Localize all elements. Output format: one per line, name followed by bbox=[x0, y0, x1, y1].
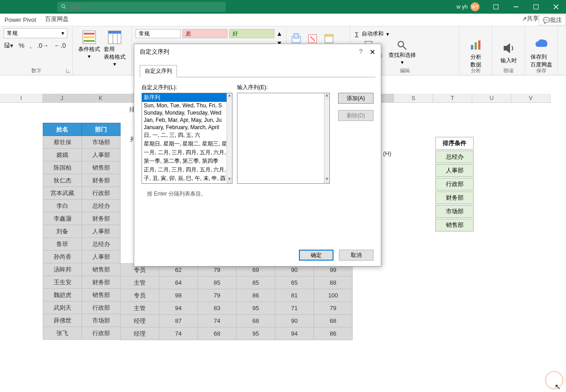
table-cell[interactable]: 薛佛世 bbox=[43, 314, 82, 327]
list-item[interactable]: Sunday, Monday, Tuesday, Wed bbox=[142, 109, 227, 116]
list-item[interactable]: 日, 一, 二, 三, 四, 五, 六 bbox=[142, 131, 227, 140]
table-cell[interactable]: 陈国柏 bbox=[43, 161, 82, 174]
data-table[interactable]: 姓名部门 蔡壮保市场部嫦娥人事部陈国柏销售部狄仁杰财务部宫本武藏行政部李白总经办… bbox=[43, 123, 121, 340]
number-format-dropdown[interactable]: 常规▾ bbox=[4, 28, 67, 38]
list-item[interactable]: 一月, 二月, 三月, 四月, 五月, 六月, bbox=[142, 148, 227, 157]
listbox-scrollbar[interactable]: ▲ ▼ bbox=[227, 93, 232, 183]
table-cell[interactable]: 李鑫灏 bbox=[43, 212, 82, 225]
list-item[interactable]: 正月, 二月, 三月, 四月, 五月, 六月, bbox=[142, 166, 227, 174]
table-cell[interactable]: 行政部 bbox=[82, 302, 121, 314]
table-cell[interactable]: 销售部 bbox=[82, 161, 121, 174]
sort-item[interactable]: 市场部 bbox=[435, 205, 474, 218]
table-cell[interactable]: 人事部 bbox=[82, 225, 121, 238]
custom-list-listbox[interactable]: 新序列Sun, Mon, Tue, Wed, Thu, Fri, SSunday… bbox=[142, 93, 232, 184]
maximize-button[interactable] bbox=[526, 0, 546, 14]
table-cell[interactable]: 行政部 bbox=[82, 327, 121, 340]
accounting-format-icon[interactable]: 🖫▾ bbox=[4, 42, 13, 49]
find-select-button[interactable]: 查找和选择▾ bbox=[389, 40, 416, 65]
sort-item[interactable]: 总经办 bbox=[435, 151, 474, 163]
delete-button[interactable]: 删除(D) bbox=[338, 110, 374, 121]
table-cell[interactable]: 市场部 bbox=[82, 136, 121, 149]
data-table-extra[interactable]: 专员6279699099 主管6485856588 专员98798681100 … bbox=[120, 263, 353, 340]
conditional-format-button[interactable]: 条件格式▾ bbox=[76, 28, 102, 74]
list-item[interactable]: 新序列 bbox=[142, 93, 227, 102]
tab-baidu[interactable]: 百度网盘 bbox=[40, 13, 73, 26]
table-cell[interactable]: 财务部 bbox=[82, 212, 121, 225]
search-box[interactable] bbox=[57, 2, 226, 12]
table-cell[interactable]: 财务部 bbox=[82, 276, 121, 289]
add-button[interactable]: 添加(A) bbox=[338, 93, 374, 104]
scroll-down-icon[interactable]: ▼ bbox=[324, 177, 329, 183]
table-cell[interactable]: 狄仁杰 bbox=[43, 174, 82, 187]
table-cell[interactable]: 总经办 bbox=[82, 238, 121, 251]
table-cell[interactable]: 蔡壮保 bbox=[43, 136, 82, 149]
col-header-I[interactable]: I bbox=[0, 94, 43, 102]
table-cell[interactable]: 行政部 bbox=[82, 187, 121, 200]
close-button[interactable] bbox=[546, 0, 566, 14]
comma-icon[interactable]: , bbox=[30, 42, 31, 49]
sort-item[interactable]: 销售部 bbox=[435, 219, 474, 231]
entry-textarea[interactable]: ▲ ▼ bbox=[237, 93, 330, 184]
share-button[interactable]: ↗ 共享 bbox=[522, 15, 539, 23]
table-cell[interactable]: 销售部 bbox=[82, 263, 121, 276]
dialog-close-button[interactable]: ✕ bbox=[369, 48, 375, 56]
table-format-button[interactable]: 套用 表格格式▾ bbox=[102, 28, 127, 74]
table-cell[interactable]: 人事部 bbox=[82, 251, 121, 263]
sort-item[interactable]: 人事部 bbox=[435, 164, 474, 177]
list-item[interactable]: Sun, Mon, Tue, Wed, Thu, Fri, S bbox=[142, 102, 227, 109]
scroll-down-icon[interactable]: ▼ bbox=[227, 177, 232, 183]
save-baidu-button[interactable]: 保存到 百度网盘 bbox=[531, 34, 552, 69]
user-avatar[interactable]: WY bbox=[470, 2, 480, 11]
table-cell[interactable]: 宫本武藏 bbox=[43, 187, 82, 200]
sort-item[interactable]: 财务部 bbox=[435, 191, 474, 204]
table-cell[interactable]: 人事部 bbox=[82, 149, 121, 161]
decrease-decimal-icon[interactable]: ←.0 bbox=[54, 42, 66, 49]
table-cell[interactable]: 孙尚香 bbox=[43, 251, 82, 263]
list-item[interactable]: 星期日, 星期一, 星期二, 星期三, 星 bbox=[142, 140, 227, 148]
col-header-T[interactable]: T bbox=[433, 94, 472, 102]
table-cell[interactable]: 鲁班 bbox=[43, 238, 82, 251]
table-cell[interactable]: 财务部 bbox=[82, 174, 121, 187]
table-cell[interactable]: 嫦娥 bbox=[43, 149, 82, 161]
autosum-button[interactable]: ∑自动求和 ▾ bbox=[355, 30, 455, 38]
percent-icon[interactable]: % bbox=[19, 42, 24, 49]
table-cell[interactable]: 汤眸邦 bbox=[43, 263, 82, 276]
read-aloud-button[interactable]: 输入时 bbox=[500, 38, 517, 65]
sort-item[interactable]: 行政部 bbox=[435, 178, 474, 191]
col-header-J[interactable]: J bbox=[43, 94, 81, 102]
cellstyle-good[interactable]: 好 bbox=[229, 29, 274, 38]
search-input[interactable] bbox=[70, 4, 222, 10]
list-item[interactable]: 甲, 乙, 丙, 丁, 戊, 己, 庚, 辛, 壬, 癸 bbox=[142, 183, 227, 184]
table-cell[interactable]: 王生安 bbox=[43, 276, 82, 289]
ok-button[interactable]: 确定 bbox=[299, 250, 334, 261]
comment-button[interactable]: 💬 批注 bbox=[539, 15, 566, 25]
table-cell[interactable]: 武则天 bbox=[43, 302, 82, 314]
cellstyle-bad[interactable]: 差 bbox=[182, 29, 227, 38]
tab-powerpivot[interactable]: Power Pivot bbox=[0, 15, 40, 26]
dialog-title-bar[interactable]: 自定义序列 ? ✕ bbox=[134, 44, 381, 60]
dialog-launcher-icon[interactable] bbox=[66, 69, 71, 73]
scroll-up-icon[interactable]: ▲ bbox=[227, 93, 232, 100]
list-item[interactable]: January, February, March, April bbox=[142, 124, 227, 131]
table-cell[interactable]: 李白 bbox=[43, 200, 82, 212]
col-header-S[interactable]: S bbox=[394, 94, 433, 102]
dialog-help-button[interactable]: ? bbox=[359, 48, 363, 55]
list-item[interactable]: 第一季, 第二季, 第三季, 第四季 bbox=[142, 157, 227, 166]
table-cell[interactable]: 总经办 bbox=[82, 200, 121, 212]
cancel-button[interactable]: 取消 bbox=[339, 250, 374, 261]
list-item[interactable]: 子, 丑, 寅, 卯, 辰, 巳, 午, 未, 申, 酉 bbox=[142, 174, 227, 183]
ribbon-display-button[interactable] bbox=[486, 0, 506, 14]
dialog-tab-custom-list[interactable]: 自定义序列 bbox=[140, 65, 177, 77]
table-cell[interactable]: 魏皑虎 bbox=[43, 289, 82, 302]
textarea-scrollbar[interactable]: ▲ ▼ bbox=[324, 93, 329, 183]
list-item[interactable]: Jan, Feb, Mar, Apr, May, Jun, Ju bbox=[142, 116, 227, 124]
analyze-data-button[interactable]: 分析 数据 bbox=[468, 34, 484, 69]
increase-decimal-icon[interactable]: .0→ bbox=[37, 42, 49, 49]
col-header-K[interactable]: K bbox=[81, 94, 120, 102]
table-cell[interactable]: 市场部 bbox=[82, 314, 121, 327]
table-cell[interactable]: 刘备 bbox=[43, 225, 82, 238]
table-cell[interactable]: 张飞 bbox=[43, 327, 82, 340]
scroll-up-icon[interactable]: ▲ bbox=[324, 93, 329, 100]
col-header-V[interactable]: V bbox=[511, 94, 551, 102]
sort-condition-table[interactable]: 排序条件 总经办人事部行政部财务部市场部销售部 bbox=[435, 136, 475, 232]
